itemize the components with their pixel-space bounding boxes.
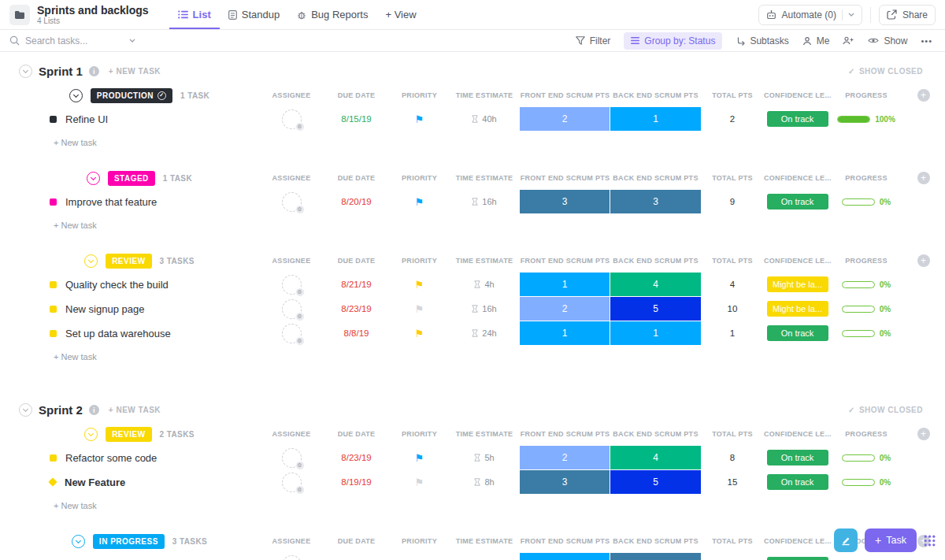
task-name[interactable]: Quality check the build xyxy=(65,279,169,291)
collapse-sprint-icon[interactable] xyxy=(19,403,32,417)
assignee-avatar[interactable]: ⚙ xyxy=(282,555,302,560)
front-end-scrum-pts[interactable]: 2 xyxy=(520,107,610,131)
due-date[interactable]: 8/23/19 xyxy=(323,446,390,469)
back-end-scrum-pts[interactable]: 1 xyxy=(610,321,701,345)
front-end-scrum-pts[interactable]: 3 xyxy=(520,470,610,494)
task-name[interactable]: Improve that feature xyxy=(65,196,157,208)
assignee-avatar[interactable]: ⚙ xyxy=(282,275,302,295)
confidence-badge[interactable]: On track xyxy=(767,557,828,560)
notepad-button[interactable] xyxy=(834,528,858,552)
confidence-badge[interactable]: Might be la... xyxy=(767,301,828,317)
task-row[interactable]: Quality check the build ⚙ 8/21/19 ⚑ 4h 1… xyxy=(0,273,945,296)
status-badge[interactable]: REVIEW xyxy=(106,427,151,442)
collapse-group-icon[interactable] xyxy=(84,254,98,268)
assignee-avatar[interactable]: ⚙ xyxy=(282,109,302,129)
show-closed-button[interactable]: ✓ SHOW CLOSED xyxy=(848,406,923,414)
front-end-scrum-pts[interactable]: 1 xyxy=(520,553,610,560)
priority-flag-icon[interactable]: ⚑ xyxy=(390,297,449,321)
add-column-icon[interactable]: + xyxy=(917,428,930,440)
group-by-button[interactable]: Group by: Status xyxy=(624,32,722,50)
front-end-scrum-pts[interactable]: 3 xyxy=(520,190,610,213)
task-name[interactable]: New Feature xyxy=(65,477,125,488)
time-estimate[interactable]: 4h xyxy=(484,280,494,289)
search-options-chevron-icon[interactable] xyxy=(129,39,135,43)
back-end-scrum-pts[interactable]: 4 xyxy=(610,273,701,296)
filter-button[interactable]: Filter xyxy=(576,35,611,46)
back-end-scrum-pts[interactable]: 5 xyxy=(610,470,701,494)
me-button[interactable]: Me xyxy=(802,35,830,46)
due-date[interactable]: 8/21/19 xyxy=(323,273,390,296)
confidence-badge[interactable]: On track xyxy=(767,194,828,210)
priority-flag-icon[interactable]: ⚑ xyxy=(390,107,449,131)
due-date[interactable]: 8/23/19 xyxy=(323,297,390,321)
add-column-icon[interactable]: + xyxy=(917,254,930,267)
due-date[interactable]: 8/19/19 xyxy=(323,470,390,494)
time-estimate[interactable]: 16h xyxy=(482,304,496,313)
task-row[interactable]: New Feature ⚙ 8/19/19 ⚑ 8h 3 5 15 On tra… xyxy=(0,470,945,494)
status-badge[interactable]: PRODUCTION ✓ xyxy=(91,88,172,103)
task-row[interactable]: Improve that feature ⚙ 8/20/19 ⚑ 16h 3 3… xyxy=(0,190,945,213)
assignee-avatar[interactable]: ⚙ xyxy=(282,473,302,492)
assignee-avatar[interactable]: ⚙ xyxy=(282,324,302,343)
back-end-scrum-pts[interactable]: 1 xyxy=(610,107,701,131)
collapse-sprint-icon[interactable] xyxy=(19,65,32,78)
assignee-avatar[interactable]: ⚙ xyxy=(282,448,302,468)
priority-flag-icon[interactable]: ⚑ xyxy=(390,446,449,469)
show-button[interactable]: Show xyxy=(868,35,907,46)
time-estimate[interactable]: 8h xyxy=(484,477,494,487)
due-date[interactable]: 8/20/19 xyxy=(323,190,390,213)
time-estimate[interactable]: 5h xyxy=(484,453,494,462)
collapse-group-icon[interactable] xyxy=(69,89,83,102)
confidence-badge[interactable]: On track xyxy=(767,111,828,127)
due-date[interactable]: 8/26/19 xyxy=(323,553,390,560)
back-end-scrum-pts[interactable]: 3 xyxy=(610,190,701,213)
tab-list[interactable]: List xyxy=(169,0,220,29)
priority-flag-icon[interactable]: ⚑ xyxy=(390,190,449,213)
add-task-button[interactable]: + Task xyxy=(865,528,917,552)
confidence-badge[interactable]: On track xyxy=(767,474,828,490)
time-estimate[interactable]: 16h xyxy=(482,197,496,206)
add-column-icon[interactable]: + xyxy=(917,89,930,102)
show-closed-button[interactable]: ✓ SHOW CLOSED xyxy=(848,67,923,76)
front-end-scrum-pts[interactable]: 2 xyxy=(520,297,610,321)
chevron-down-icon[interactable] xyxy=(848,13,854,17)
subtasks-button[interactable]: Subtasks xyxy=(736,35,788,46)
add-column-icon[interactable]: + xyxy=(917,172,930,184)
task-row[interactable]: New signup page ⚙ 8/23/19 ⚑ 16h 2 5 10 M… xyxy=(0,297,945,321)
sprint-title[interactable]: Sprint 2 xyxy=(39,403,83,417)
task-name[interactable]: Set up data warehouse xyxy=(65,328,171,339)
confidence-badge[interactable]: On track xyxy=(767,450,828,465)
add-view-button[interactable]: + View xyxy=(376,0,424,29)
collapse-group-icon[interactable] xyxy=(84,428,98,441)
new-task-button[interactable]: + New task xyxy=(0,495,945,522)
due-date[interactable]: 8/15/19 xyxy=(323,107,390,131)
task-row[interactable]: Set up data warehouse ⚙ 8/8/19 ⚑ 24h 1 1… xyxy=(0,321,945,345)
sprint-new-task-button[interactable]: + NEW TASK xyxy=(109,67,161,76)
back-end-scrum-pts[interactable]: 3 xyxy=(610,553,701,560)
front-end-scrum-pts[interactable]: 1 xyxy=(520,273,610,296)
priority-flag-icon[interactable]: ⚑ xyxy=(390,273,449,296)
task-name[interactable]: New signup page xyxy=(65,303,144,315)
assignee-avatar[interactable]: ⚙ xyxy=(282,192,302,212)
tab-bug-reports[interactable]: Bug Reports xyxy=(288,0,376,29)
time-estimate[interactable]: 40h xyxy=(482,114,496,124)
collapse-group-icon[interactable] xyxy=(87,172,100,185)
assignees-button[interactable] xyxy=(843,36,854,45)
front-end-scrum-pts[interactable]: 1 xyxy=(520,321,610,345)
confidence-badge[interactable]: On track xyxy=(767,325,828,341)
assignee-avatar[interactable]: ⚙ xyxy=(282,299,302,319)
due-date[interactable]: 8/8/19 xyxy=(323,321,390,345)
status-badge[interactable]: IN PROGRESS xyxy=(93,534,165,549)
task-row[interactable]: User story ⚙ 8/26/19 ⚑ 24h 1 3 3 On trac… xyxy=(0,553,945,560)
confidence-badge[interactable]: Might be la... xyxy=(767,276,828,292)
sprint-new-task-button[interactable]: + NEW TASK xyxy=(109,406,161,414)
new-task-button[interactable]: + New task xyxy=(0,346,945,373)
automate-button[interactable]: Automate (0) xyxy=(758,5,862,25)
sprint-title[interactable]: Sprint 1 xyxy=(39,65,83,78)
status-badge[interactable]: REVIEW xyxy=(106,254,151,269)
new-task-button[interactable]: + New task xyxy=(0,214,945,242)
more-options-button[interactable]: ••• xyxy=(921,36,932,46)
share-button[interactable]: Share xyxy=(879,5,936,25)
priority-flag-icon[interactable]: ⚑ xyxy=(390,553,449,560)
new-task-button[interactable]: + New task xyxy=(0,132,945,159)
